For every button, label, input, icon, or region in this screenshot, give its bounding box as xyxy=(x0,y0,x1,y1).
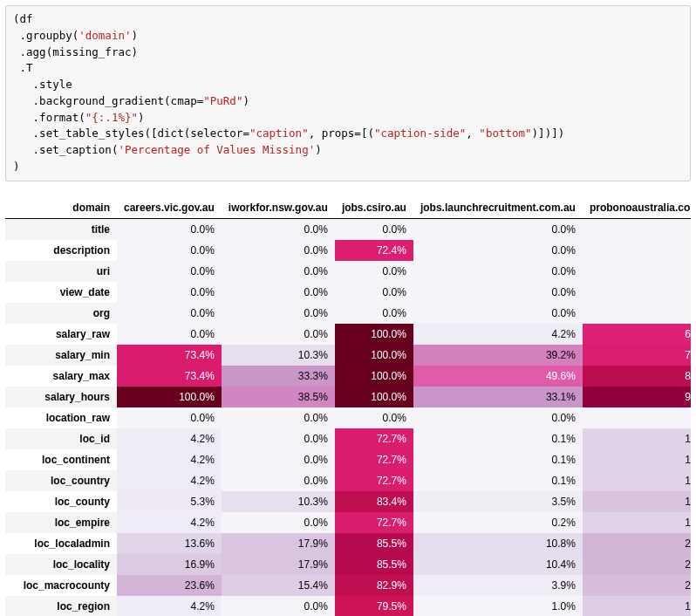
data-cell: 38.5% xyxy=(222,387,335,407)
column-header: jobs.launchrecruitment.com.au xyxy=(413,197,583,219)
column-header-index: domain xyxy=(5,197,117,219)
row-label: loc_region xyxy=(5,596,117,617)
table-row: loc_country4.2%0.0%72.7%0.1%13.9% xyxy=(5,470,691,491)
data-cell: 23.2% xyxy=(583,533,691,554)
data-cell: 3.9% xyxy=(413,575,583,596)
data-cell: 0.0% xyxy=(413,407,583,428)
data-cell: 0.0% xyxy=(583,282,691,303)
data-cell: 13.6% xyxy=(117,533,222,554)
data-cell: 0.0% xyxy=(335,303,413,324)
data-cell: 72.7% xyxy=(335,470,413,491)
data-cell: 0.0% xyxy=(117,261,222,282)
row-label: salary_min xyxy=(5,345,117,366)
data-cell: 0.0% xyxy=(117,303,222,324)
data-cell: 0.0% xyxy=(222,470,335,491)
table-row: location_raw0.0%0.0%0.0%0.0%0.0% xyxy=(5,407,691,428)
row-label: uri xyxy=(5,261,117,282)
column-header: iworkfor.nsw.gov.au xyxy=(222,197,335,219)
row-label: loc_continent xyxy=(5,449,117,470)
data-cell: 33.3% xyxy=(222,366,335,387)
data-cell: 73.4% xyxy=(117,366,222,387)
data-cell: 70.0% xyxy=(583,345,691,366)
data-cell: 5.3% xyxy=(117,491,222,512)
data-cell: 0.0% xyxy=(117,407,222,428)
table-row: loc_macrocounty23.6%15.4%82.9%3.9%20.3% xyxy=(5,575,691,596)
row-label: loc_locality xyxy=(5,554,117,575)
data-cell: 1.0% xyxy=(413,596,583,617)
table-row: uri0.0%0.0%0.0%0.0%0.0% xyxy=(5,261,691,282)
code-cell: (df .groupby('domain') .agg(missing_frac… xyxy=(5,5,691,181)
table-row: salary_raw0.0%0.0%100.0%4.2%68.4% xyxy=(5,324,691,345)
data-cell: 15.2% xyxy=(583,596,691,617)
data-cell: 10.4% xyxy=(413,554,583,575)
data-cell: 0.0% xyxy=(583,261,691,282)
data-cell: 4.2% xyxy=(117,512,222,533)
table-row: salary_min73.4%10.3%100.0%39.2%70.0% xyxy=(5,345,691,366)
row-label: loc_empire xyxy=(5,512,117,533)
row-label: description xyxy=(5,240,117,261)
data-cell: 0.0% xyxy=(413,303,583,324)
table-row: salary_max73.4%33.3%100.0%49.6%81.5% xyxy=(5,366,691,387)
data-cell: 100.0% xyxy=(335,366,413,387)
data-cell: 10.3% xyxy=(222,345,335,366)
data-cell: 81.5% xyxy=(583,366,691,387)
data-cell: 0.0% xyxy=(583,407,691,428)
data-cell: 72.7% xyxy=(335,449,413,470)
data-cell: 17.9% xyxy=(222,533,335,554)
row-label: view_date xyxy=(5,282,117,303)
data-cell: 10.8% xyxy=(413,533,583,554)
row-label: salary_max xyxy=(5,366,117,387)
data-cell: 0.0% xyxy=(222,240,335,261)
row-label: location_raw xyxy=(5,407,117,428)
data-cell: 82.9% xyxy=(335,575,413,596)
data-cell: 0.0% xyxy=(222,218,335,240)
table-row: description0.0%0.0%72.4%0.0%0.0% xyxy=(5,240,691,261)
table-row: title0.0%0.0%0.0%0.0%0.0% xyxy=(5,218,691,240)
data-cell: 15.4% xyxy=(222,575,335,596)
table-row: loc_region4.2%0.0%79.5%1.0%15.2% xyxy=(5,596,691,617)
data-cell: 85.5% xyxy=(335,533,413,554)
data-cell: 0.0% xyxy=(222,261,335,282)
row-label: loc_id xyxy=(5,428,117,449)
data-cell: 4.2% xyxy=(117,428,222,449)
data-cell: 0.0% xyxy=(117,282,222,303)
row-label: org xyxy=(5,303,117,324)
data-cell: 85.5% xyxy=(335,554,413,575)
data-cell: 33.1% xyxy=(413,387,583,407)
data-cell: 72.7% xyxy=(335,428,413,449)
row-label: loc_county xyxy=(5,491,117,512)
table-row: view_date0.0%0.0%0.0%0.0%0.0% xyxy=(5,282,691,303)
data-cell: 4.2% xyxy=(413,324,583,345)
table-row: org0.0%0.0%0.0%0.0%0.0% xyxy=(5,303,691,324)
data-cell: 100.0% xyxy=(117,387,222,407)
data-cell: 0.1% xyxy=(413,449,583,470)
row-label: loc_macrocounty xyxy=(5,575,117,596)
data-cell: 0.0% xyxy=(583,240,691,261)
data-cell: 100.0% xyxy=(335,324,413,345)
column-header: jobs.csiro.au xyxy=(335,197,413,219)
row-label: loc_localadmin xyxy=(5,533,117,554)
data-cell: 0.0% xyxy=(335,261,413,282)
data-cell: 0.0% xyxy=(413,282,583,303)
data-cell: 0.0% xyxy=(413,240,583,261)
data-cell: 0.0% xyxy=(413,218,583,240)
data-cell: 0.0% xyxy=(335,282,413,303)
data-cell: 22.7% xyxy=(583,554,691,575)
table-row: loc_localadmin13.6%17.9%85.5%10.8%23.2% xyxy=(5,533,691,554)
data-cell: 0.0% xyxy=(222,512,335,533)
data-cell: 83.4% xyxy=(335,491,413,512)
data-cell: 0.0% xyxy=(413,261,583,282)
data-cell: 13.9% xyxy=(583,512,691,533)
data-cell: 0.0% xyxy=(222,303,335,324)
data-cell: 17.9% xyxy=(222,554,335,575)
data-cell: 0.0% xyxy=(117,324,222,345)
data-cell: 18.5% xyxy=(583,491,691,512)
data-cell: 72.7% xyxy=(335,512,413,533)
data-cell: 79.5% xyxy=(335,596,413,617)
data-cell: 13.9% xyxy=(583,428,691,449)
row-label: loc_country xyxy=(5,470,117,491)
data-cell: 4.2% xyxy=(117,470,222,491)
table-row: loc_continent4.2%0.0%72.7%0.1%13.9% xyxy=(5,449,691,470)
data-cell: 0.0% xyxy=(222,596,335,617)
data-cell: 3.5% xyxy=(413,491,583,512)
